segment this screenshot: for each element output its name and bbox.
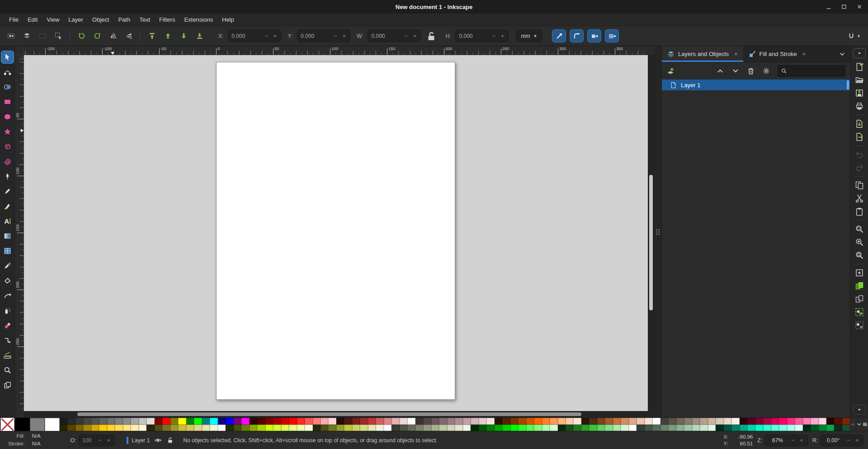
tool-ellipse[interactable] xyxy=(1,110,14,123)
palette-swatch[interactable] xyxy=(621,418,628,425)
palette-swatch[interactable] xyxy=(202,418,210,425)
menu-object[interactable]: Object xyxy=(88,14,114,25)
palette-swatch[interactable] xyxy=(392,425,399,431)
palette-swatch[interactable] xyxy=(660,418,668,425)
canvas-viewport[interactable] xyxy=(24,55,648,411)
y-increment[interactable]: + xyxy=(341,33,347,39)
tab-fill-and-stroke[interactable]: Fill and Stroke × xyxy=(743,46,811,62)
zoom-page-button[interactable] xyxy=(855,251,864,260)
w-field[interactable]: 0.000 − + xyxy=(368,30,421,42)
palette-swatch[interactable] xyxy=(779,425,787,431)
horizontal-scrollbar-thumb[interactable] xyxy=(77,412,581,416)
flip-vertical-button[interactable] xyxy=(123,30,135,42)
cut-button[interactable] xyxy=(855,194,864,203)
palette-swatch[interactable] xyxy=(305,418,312,425)
palette-swatch[interactable] xyxy=(589,418,597,425)
palette-swatch[interactable] xyxy=(415,425,423,431)
opacity-increment[interactable]: + xyxy=(106,437,111,444)
palette-swatch[interactable] xyxy=(502,418,510,425)
palette-swatch[interactable] xyxy=(139,418,146,425)
ungroup-button[interactable] xyxy=(855,321,864,330)
palette-swatch[interactable] xyxy=(479,425,486,431)
palette-swatch[interactable] xyxy=(250,425,257,431)
tool-text[interactable]: A xyxy=(1,215,14,228)
palette-swatch[interactable] xyxy=(779,418,787,425)
palette-swatch[interactable] xyxy=(510,425,518,431)
palette-swatch[interactable] xyxy=(747,418,755,425)
palette-swatch[interactable] xyxy=(384,425,392,431)
palette-swatch[interactable] xyxy=(234,425,241,431)
palette-swatch[interactable] xyxy=(526,418,534,425)
palette-swatch[interactable] xyxy=(471,425,478,431)
tool-pencil[interactable] xyxy=(1,185,14,198)
palette-swatch[interactable] xyxy=(803,425,811,431)
tool-box-3d[interactable] xyxy=(1,140,14,153)
tool-eraser[interactable] xyxy=(1,319,14,332)
palette-swatch[interactable] xyxy=(368,418,376,425)
tool-connector[interactable] xyxy=(1,334,14,347)
palette-swatch[interactable] xyxy=(281,425,289,431)
scale-corners-toggle[interactable] xyxy=(570,29,584,42)
palette-swatch[interactable] xyxy=(241,418,249,425)
palette-swatch[interactable] xyxy=(376,418,383,425)
lock-ratio-icon[interactable] xyxy=(425,30,437,42)
commandbar-overflow-button[interactable] xyxy=(853,405,866,415)
palette-swatch[interactable] xyxy=(550,418,557,425)
select-all-layers-button[interactable] xyxy=(20,30,33,42)
palette-swatch[interactable] xyxy=(771,425,779,431)
palette-swatch[interactable] xyxy=(194,425,202,431)
menu-text[interactable]: Text xyxy=(135,14,155,25)
raise-button[interactable] xyxy=(161,30,174,42)
layer-lock-icon[interactable] xyxy=(166,436,174,444)
palette-swatch[interactable] xyxy=(186,418,194,425)
tool-paint-bucket[interactable] xyxy=(1,274,14,287)
palette-swatch[interactable] xyxy=(241,425,249,431)
palette-swatch[interactable] xyxy=(842,425,850,431)
palette-swatch[interactable] xyxy=(170,425,178,431)
delete-layer-button[interactable] xyxy=(747,67,755,75)
palette-swatch[interactable] xyxy=(700,425,708,431)
tab-layers-and-objects[interactable]: Layers and Objects × xyxy=(662,46,743,62)
lower-button[interactable] xyxy=(177,30,190,42)
palette-swatch[interactable] xyxy=(265,418,273,425)
palette-swatch[interactable] xyxy=(716,425,723,431)
vertical-ruler[interactable]: 50100150200250 xyxy=(15,55,24,411)
palette-swatch[interactable] xyxy=(415,418,423,425)
palette-swatch[interactable] xyxy=(518,425,526,431)
palette-swatch[interactable] xyxy=(526,425,534,431)
palette-swatch[interactable] xyxy=(226,425,233,431)
palette-swatch[interactable] xyxy=(581,425,589,431)
y-field[interactable]: 0.000 − + xyxy=(297,30,350,42)
layer-settings-button[interactable] xyxy=(762,67,770,75)
palette-swatch[interactable] xyxy=(716,418,723,425)
palette-swatch[interactable] xyxy=(431,418,439,425)
palette-swatch[interactable] xyxy=(819,425,826,431)
palette-swatch[interactable] xyxy=(155,425,162,431)
move-gradients-toggle[interactable] xyxy=(587,29,601,42)
palette-swatch[interactable] xyxy=(668,425,676,431)
palette-swatch[interactable] xyxy=(407,425,415,431)
palette-swatch[interactable] xyxy=(210,425,217,431)
palette-swatch[interactable] xyxy=(795,418,802,425)
tool-spiral[interactable] xyxy=(1,155,14,168)
document-new-button[interactable] xyxy=(855,62,864,71)
palette-swatch[interactable] xyxy=(613,418,621,425)
y-decrement[interactable]: − xyxy=(333,33,338,39)
palette-swatch[interactable] xyxy=(297,425,305,431)
palette-swatch[interactable] xyxy=(700,418,708,425)
palette-swatch[interactable] xyxy=(273,425,281,431)
palette-swatch[interactable] xyxy=(15,418,30,431)
palette-swatch[interactable] xyxy=(629,425,637,431)
palette-swatch[interactable] xyxy=(518,418,526,425)
palette-swatch[interactable] xyxy=(463,425,471,431)
palette-swatch[interactable] xyxy=(842,418,850,425)
palette-swatch[interactable] xyxy=(652,418,660,425)
menu-filters[interactable]: Filters xyxy=(155,14,179,25)
layer-visibility-eye-icon[interactable] xyxy=(154,436,162,444)
palette-swatch[interactable] xyxy=(60,418,67,425)
palette-swatch[interactable] xyxy=(605,418,613,425)
palette-swatch[interactable] xyxy=(597,425,605,431)
group-button[interactable] xyxy=(855,308,864,317)
layer-color-handle[interactable] xyxy=(847,80,849,89)
palette-swatch[interactable] xyxy=(637,425,644,431)
